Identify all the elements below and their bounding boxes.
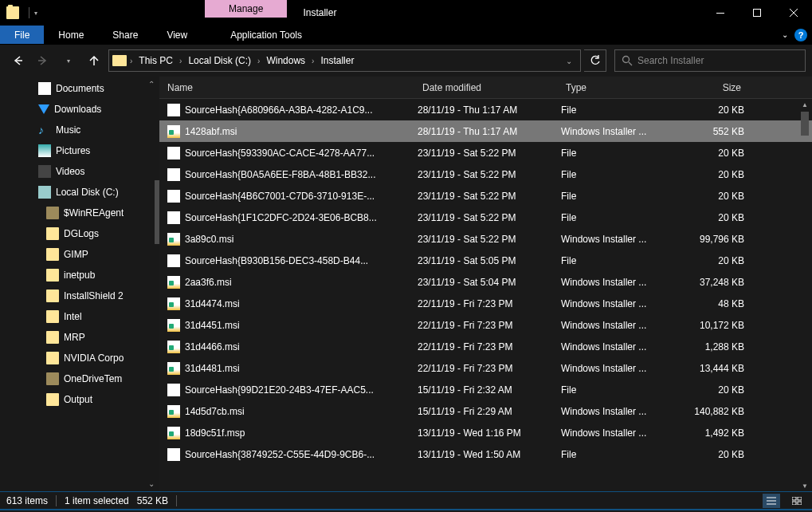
search-box[interactable] <box>614 49 806 72</box>
up-button[interactable] <box>83 49 105 72</box>
file-row[interactable]: 31d4451.msi22/11/19 - Fri 7:23 PMWindows… <box>159 314 812 336</box>
refresh-button[interactable] <box>584 49 606 72</box>
tree-item-label: inetpub <box>64 270 95 281</box>
file-row[interactable]: 18d9c51f.msp13/11/19 - Wed 1:16 PMWindow… <box>159 422 812 443</box>
view-thumbnails-button[interactable] <box>788 494 806 508</box>
column-size[interactable]: Size <box>677 82 749 93</box>
breadcrumb-item[interactable]: Local Disk (C:) <box>183 55 256 66</box>
back-button[interactable] <box>6 49 29 72</box>
tree-item[interactable]: Pictures <box>0 140 159 161</box>
scroll-up-icon[interactable]: ▲ <box>799 99 810 110</box>
file-type: Windows Installer ... <box>561 363 681 374</box>
file-row[interactable]: 1428abf.msi28/11/19 - Thu 1:17 AMWindows… <box>159 120 812 142</box>
chevron-right-icon[interactable]: › <box>178 57 183 65</box>
scrollbar-thumb[interactable] <box>801 112 809 136</box>
folder-icon[interactable] <box>6 6 19 19</box>
msi-icon <box>167 233 180 246</box>
search-input[interactable] <box>637 55 798 66</box>
tree-item[interactable]: ♪Music <box>0 120 159 140</box>
file-row[interactable]: SourceHash{593390AC-CACE-4278-AA77...23/… <box>159 142 812 163</box>
tree-item[interactable]: OneDriveTem <box>0 368 159 389</box>
column-date[interactable]: Date modified <box>414 82 558 93</box>
file-size: 99,796 KB <box>681 234 752 245</box>
file-row[interactable]: SourceHash{38749252-C55E-44D9-9CB6-...13… <box>159 443 812 465</box>
tree-item-label: Music <box>56 124 80 136</box>
file-name: 14d5d7cb.msi <box>185 406 245 417</box>
file-row[interactable]: 31d4474.msi22/11/19 - Fri 7:23 PMWindows… <box>159 293 812 314</box>
tree-item[interactable]: InstallShield 2 <box>0 286 159 306</box>
scroll-down-icon[interactable]: ▼ <box>799 480 810 491</box>
tab-view[interactable]: View <box>152 26 202 44</box>
svg-rect-14 <box>792 502 796 505</box>
tree-item[interactable]: Local Disk (C:) <box>0 182 159 203</box>
file-name: 31d4481.msi <box>185 363 240 374</box>
file-list-body[interactable]: SourceHash{A680966A-A3BA-4282-A1C9...28/… <box>159 99 812 491</box>
file-size: 20 KB <box>681 449 752 460</box>
column-headers: Name Date modified Type Size <box>159 77 812 99</box>
file-row[interactable]: 2aa3f6.msi23/11/19 - Sat 5:04 PMWindows … <box>159 271 812 293</box>
file-name: SourceHash{99D21E20-24B3-47EF-AAC5... <box>185 384 374 396</box>
svg-rect-12 <box>792 497 796 500</box>
tree-item[interactable]: Intel <box>0 306 159 327</box>
tab-share[interactable]: Share <box>98 26 152 44</box>
breadcrumb-item[interactable]: Windows <box>261 55 310 66</box>
file-row[interactable]: 3a89c0.msi23/11/19 - Sat 5:22 PMWindows … <box>159 228 812 250</box>
tab-home[interactable]: Home <box>44 26 98 44</box>
tree-item[interactable]: inetpub <box>0 265 159 286</box>
maximize-button[interactable] <box>739 0 775 26</box>
file-row[interactable]: SourceHash{A680966A-A3BA-4282-A1C9...28/… <box>159 99 812 120</box>
breadcrumb-item[interactable]: This PC <box>134 55 178 66</box>
ribbon-expand-icon[interactable]: ⌄ <box>782 30 788 39</box>
tab-application-tools[interactable]: Application Tools <box>216 26 316 44</box>
help-button[interactable]: ? <box>794 29 807 41</box>
folder-icon <box>46 248 59 261</box>
file-row[interactable]: 31d4466.msi22/11/19 - Fri 7:23 PMWindows… <box>159 336 812 357</box>
file-row[interactable]: SourceHash{B930B156-DEC3-458D-B44...23/1… <box>159 250 812 271</box>
tree-item[interactable]: $WinREAgent <box>0 203 159 223</box>
tree-item[interactable]: MRP <box>0 327 159 348</box>
file-row[interactable]: 14d5d7cb.msi15/11/19 - Fri 2:29 AMWindow… <box>159 400 812 422</box>
tree-item[interactable]: Videos <box>0 161 159 182</box>
chevron-right-icon[interactable]: › <box>310 57 316 65</box>
tree-item[interactable]: Downloads <box>0 99 159 120</box>
minimize-button[interactable] <box>702 0 739 26</box>
tree-item-label: MRP <box>64 332 85 343</box>
file-name: SourceHash{B0A5A6EE-F8BA-48B1-BB32... <box>185 169 375 180</box>
tree-item[interactable]: GIMP <box>0 244 159 265</box>
breadcrumb-dropdown-icon[interactable]: ⌄ <box>561 57 577 65</box>
tree-item-label: OneDriveTem <box>64 373 122 384</box>
navigation-tree[interactable]: ⌃ ⌄ DocumentsDownloads♪MusicPicturesVide… <box>0 77 159 491</box>
chevron-right-icon[interactable]: › <box>256 57 261 65</box>
msi-icon <box>167 341 180 353</box>
breadcrumb[interactable]: › This PC › Local Disk (C:) › Windows › … <box>108 49 581 72</box>
file-date: 22/11/19 - Fri 7:23 PM <box>418 363 561 374</box>
file-tab[interactable]: File <box>0 26 44 44</box>
file-name: SourceHash{4B6C7001-C7D6-3710-913E-... <box>185 191 375 202</box>
chevron-up-icon[interactable]: ⌃ <box>148 80 155 89</box>
file-row[interactable]: SourceHash{1F1C2DFC-2D24-3E06-BCB8...23/… <box>159 207 812 228</box>
arrow-right-icon <box>37 55 49 66</box>
status-selection: 1 item selected <box>65 495 129 506</box>
history-dropdown[interactable]: ▾ <box>57 49 80 72</box>
chevron-down-icon[interactable]: ⌄ <box>148 479 155 488</box>
breadcrumb-item[interactable]: Installer <box>316 55 359 66</box>
qat-dropdown-icon[interactable]: ▾ <box>34 10 37 17</box>
file-row[interactable]: SourceHash{B0A5A6EE-F8BA-48B1-BB32...23/… <box>159 163 812 185</box>
column-name[interactable]: Name <box>159 82 414 93</box>
tree-item[interactable]: Output <box>0 389 159 410</box>
file-date: 23/11/19 - Sat 5:22 PM <box>418 212 561 223</box>
file-row[interactable]: SourceHash{4B6C7001-C7D6-3710-913E-...23… <box>159 185 812 207</box>
close-button[interactable] <box>775 0 812 26</box>
file-name: 31d4451.msi <box>185 320 240 331</box>
tree-item[interactable]: DGLogs <box>0 223 159 244</box>
forward-button[interactable] <box>32 49 54 72</box>
tree-item[interactable]: Documents <box>0 78 159 99</box>
minimize-icon <box>716 13 724 14</box>
scrollbar[interactable]: ▲ ▼ <box>799 99 810 491</box>
view-details-button[interactable] <box>763 494 780 508</box>
tree-item[interactable]: NVIDIA Corpo <box>0 348 159 368</box>
file-row[interactable]: SourceHash{99D21E20-24B3-47EF-AAC5...15/… <box>159 379 812 400</box>
chevron-right-icon[interactable]: › <box>128 57 134 65</box>
file-row[interactable]: 31d4481.msi22/11/19 - Fri 7:23 PMWindows… <box>159 357 812 379</box>
column-type[interactable]: Type <box>558 82 677 93</box>
